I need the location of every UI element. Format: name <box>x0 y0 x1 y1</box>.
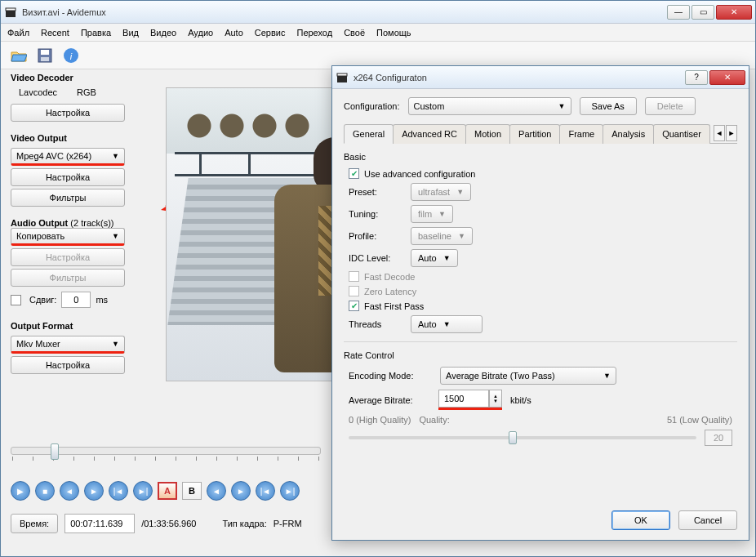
tab-advanced-rc[interactable]: Advanced RC <box>393 124 466 144</box>
video-output-filters-button[interactable]: Фильтры <box>11 189 125 207</box>
next-keyframe-button[interactable]: ►| <box>133 481 153 501</box>
menu-auto[interactable]: Auto <box>225 28 243 38</box>
tab-frame[interactable]: Frame <box>559 124 603 144</box>
preset-value: ultrafast <box>418 187 450 197</box>
svg-rect-8 <box>337 74 347 76</box>
maximize-button[interactable]: ▭ <box>692 5 714 20</box>
minimize-button[interactable]: — <box>667 5 690 20</box>
titlebar: Визит.avi - Avidemux — ▭ ✕ <box>1 1 755 24</box>
tuning-value: film <box>418 209 432 219</box>
configuration-select[interactable]: Custom▼ <box>408 97 571 115</box>
goto-marker-a-button[interactable]: ◄ <box>207 481 226 501</box>
next-black-button[interactable]: ►| <box>280 481 300 501</box>
stop-button[interactable]: ■ <box>35 481 55 501</box>
chevron-down-icon: ▼ <box>438 210 446 218</box>
quality-value: 20 <box>705 430 732 446</box>
profile-value: baseline <box>418 231 451 241</box>
tab-general[interactable]: General <box>344 124 394 144</box>
threads-select[interactable]: Auto▼ <box>411 315 483 333</box>
info-icon[interactable]: i <box>61 46 81 65</box>
prev-frame-button[interactable]: ◄ <box>60 481 79 501</box>
chevron-down-icon: ▼ <box>112 340 119 348</box>
audio-output-filters-button[interactable]: Фильтры <box>11 269 125 287</box>
time-label-button[interactable]: Время: <box>11 514 58 533</box>
menu-service[interactable]: Сервис <box>255 28 286 38</box>
menu-own[interactable]: Своё <box>344 28 365 38</box>
audio-output-select[interactable]: Копировать▼ <box>11 228 125 246</box>
audio-output-title: Audio Output <box>11 218 68 228</box>
audio-track-count: (2 track(s)) <box>70 218 113 228</box>
dialog-close-button[interactable]: ✕ <box>709 70 745 85</box>
shift-label: Сдвиг: <box>29 295 56 305</box>
ok-button[interactable]: OK <box>611 510 670 530</box>
menu-help[interactable]: Помощь <box>376 28 411 38</box>
svg-rect-1 <box>6 8 16 11</box>
tabs-scroll-right[interactable]: ► <box>726 125 737 141</box>
frame-type-label: Тип кадра: <box>222 519 266 528</box>
rate-control-title: Rate Control <box>344 350 737 360</box>
timeline <box>11 447 321 466</box>
open-icon[interactable] <box>9 46 29 65</box>
video-decoder-title: Video Decoder <box>11 73 158 82</box>
svg-rect-3 <box>41 50 49 55</box>
encoding-mode-select[interactable]: Average Bitrate (Two Pass)▼ <box>440 367 616 385</box>
svg-rect-0 <box>6 11 16 17</box>
tab-partition[interactable]: Partition <box>509 124 560 144</box>
tab-quantiser[interactable]: Quantiser <box>653 124 710 144</box>
shift-checkbox[interactable] <box>11 295 21 305</box>
shift-unit: ms <box>96 295 108 305</box>
chevron-down-icon: ▼ <box>456 188 464 196</box>
audio-output-settings-button[interactable]: Настройка <box>11 248 125 266</box>
menu-recent[interactable]: Recent <box>41 28 69 38</box>
set-marker-a-button[interactable]: A <box>158 482 177 500</box>
menu-audio[interactable]: Аудио <box>188 28 213 38</box>
fast-first-pass-label: Fast First Pass <box>364 301 424 311</box>
average-bitrate-input[interactable]: 1500 <box>438 390 489 408</box>
output-format-select[interactable]: Mkv Muxer▼ <box>11 336 125 354</box>
profile-select: baseline▼ <box>411 227 473 245</box>
prev-keyframe-button[interactable]: |◄ <box>109 481 128 501</box>
dialog-help-button[interactable]: ? <box>685 70 708 85</box>
menu-view[interactable]: Вид <box>122 28 139 38</box>
encoding-mode-label: Encoding Mode: <box>349 371 430 381</box>
save-icon[interactable] <box>35 46 55 65</box>
average-bitrate-label: Average Bitrate: <box>349 395 430 405</box>
video-output-select[interactable]: Mpeg4 AVC (x264)▼ <box>11 148 125 166</box>
fast-decode-checkbox <box>349 271 359 282</box>
decoder-settings-button[interactable]: Настройка <box>11 104 125 122</box>
goto-marker-b-button[interactable]: ► <box>231 481 251 501</box>
chevron-down-icon: ▼ <box>443 254 451 262</box>
tab-motion[interactable]: Motion <box>465 124 510 144</box>
time-value-field[interactable]: 00:07:11.639 <box>64 514 135 533</box>
output-format-title: Output Format <box>11 321 158 331</box>
close-button[interactable]: ✕ <box>716 5 752 20</box>
cancel-button[interactable]: Cancel <box>678 510 737 530</box>
chevron-down-icon: ▼ <box>112 152 119 160</box>
timeline-track[interactable] <box>11 447 321 455</box>
tab-analysis[interactable]: Analysis <box>603 124 654 144</box>
next-frame-button[interactable]: ► <box>84 481 104 501</box>
save-as-button[interactable]: Save As <box>580 97 637 115</box>
shift-value-input[interactable]: 0 <box>61 292 91 308</box>
output-format-settings-button[interactable]: Настройка <box>11 356 125 374</box>
fast-first-pass-checkbox[interactable]: ✔ <box>349 301 359 311</box>
playback-controls: ▶ ■ ◄ ► |◄ ►| A B ◄ ► |◄ ►| <box>11 481 300 501</box>
video-output-settings-button[interactable]: Настройка <box>11 168 125 186</box>
play-button[interactable]: ▶ <box>11 481 30 501</box>
tabs-scroll-left[interactable]: ◄ <box>714 125 725 141</box>
decoder-codec: Lavcodec <box>19 87 57 97</box>
idc-select[interactable]: Auto▼ <box>411 249 458 267</box>
menu-file[interactable]: Файл <box>7 28 29 38</box>
menu-goto[interactable]: Переход <box>296 28 332 38</box>
use-advanced-checkbox[interactable]: ✔ <box>349 168 359 179</box>
set-marker-b-button[interactable]: B <box>182 482 202 500</box>
menu-video[interactable]: Видео <box>150 28 176 38</box>
bitrate-stepper[interactable]: ▲▼ <box>489 390 502 408</box>
menu-edit[interactable]: Правка <box>81 28 111 38</box>
timeline-thumb[interactable] <box>51 443 59 460</box>
configuration-value: Custom <box>414 101 445 111</box>
dialog-title: x264 Configuraton <box>354 73 685 82</box>
quality-slider <box>349 436 696 439</box>
idc-value: Auto <box>418 253 437 263</box>
prev-black-button[interactable]: |◄ <box>256 481 275 501</box>
